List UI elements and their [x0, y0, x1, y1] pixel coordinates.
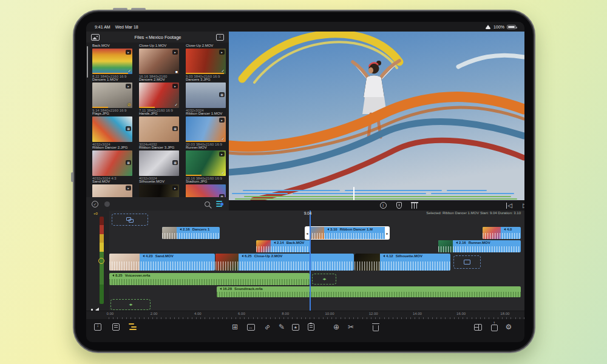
- media-thumbnail[interactable]: ▸✓: [186, 150, 226, 176]
- media-item[interactable]: Hands.JPG▦3024x4032: [139, 112, 179, 147]
- media-item[interactable]: Stadium.JPG▦: [186, 180, 226, 197]
- skip-back-icon[interactable]: ◁: [503, 200, 515, 211]
- search-icon[interactable]: [205, 201, 210, 207]
- layout-icon[interactable]: [472, 322, 483, 332]
- scrollbar[interactable]: [87, 46, 88, 78]
- clip-name: Close-Up 2.MOV: [254, 254, 283, 258]
- media-item[interactable]: Dancers 1.MOV▸⊘9.14 3840x2160 16:9: [92, 78, 132, 113]
- media-thumbnail[interactable]: ▦: [186, 83, 226, 108]
- clip-duration: 6.25: [245, 254, 252, 258]
- media-thumbnail[interactable]: ▦: [92, 116, 132, 142]
- delete-trash-icon[interactable]: [370, 322, 381, 332]
- speaker-icon: [178, 228, 181, 231]
- media-thumbnail[interactable]: ▸✓: [139, 83, 179, 108]
- media-item[interactable]: Silhouette.MOV▸: [139, 180, 179, 197]
- edit-pencil-icon[interactable]: ✎: [276, 322, 287, 332]
- clip-name: Dancers 1: [192, 228, 210, 231]
- overview-segment: [447, 190, 487, 191]
- save-project-icon[interactable]: [92, 322, 103, 332]
- timeline-playhead[interactable]: [310, 211, 311, 311]
- trim-handle-right[interactable]: ▸: [385, 226, 390, 240]
- media-item[interactable]: Back.MOV▸✓8.22 3840x2160 16:9: [92, 44, 132, 79]
- media-thumbnail[interactable]: ▦: [186, 184, 226, 197]
- overlay-shield-icon[interactable]: [393, 200, 405, 211]
- timeline-clip[interactable]: 4.12Silhouette.MOV: [354, 254, 450, 271]
- usage-bar: [139, 107, 155, 108]
- link-clips-icon[interactable]: ∞: [262, 322, 273, 332]
- media-thumbnail[interactable]: ▸✓: [186, 116, 226, 142]
- media-item[interactable]: Ribbon Dancer 1.MOV▸✓20.03 3840x2160 16:…: [186, 112, 226, 147]
- record-dot-icon[interactable]: [104, 201, 110, 207]
- photos-icon[interactable]: [91, 34, 100, 41]
- audio-crossfade-placeholder[interactable]: ◂▸: [312, 274, 336, 285]
- media-thumbnail[interactable]: ▸: [139, 184, 179, 197]
- breadcrumb[interactable]: Files◂Mexico Footage: [100, 35, 216, 40]
- media-item[interactable]: Flags.JPG▦4032x3024: [92, 112, 132, 147]
- timeline-clip[interactable]: 16.28Soundtrack.m4a: [217, 286, 521, 297]
- ruler-label: 14.00: [413, 312, 422, 315]
- timeline-clip[interactable]: 2.14Back.MOV: [256, 240, 311, 252]
- media-thumbnail[interactable]: ▸✓: [92, 49, 132, 74]
- sort-icon[interactable]: [216, 201, 223, 207]
- clip-duration: 16.28: [223, 287, 232, 291]
- clip-placeholder[interactable]: [453, 255, 481, 269]
- media-item-name: Ribbon Dancer 2.JPG: [92, 146, 132, 150]
- timeline-clip[interactable]: 4.23Sand.MOV: [109, 254, 215, 271]
- clip-name: Soundtrack.m4a: [234, 287, 263, 291]
- clip-label: 6.25Close-Up 2.MOV: [240, 254, 353, 258]
- transition-placeholder[interactable]: [112, 214, 148, 226]
- audio-meters-icon[interactable]: [409, 200, 421, 211]
- media-thumbnail[interactable]: ▦: [139, 116, 179, 142]
- timeline-view-icon[interactable]: [127, 322, 138, 332]
- media-type-badge: ▸: [219, 118, 225, 123]
- media-item[interactable]: Sand.MOV▸: [92, 180, 132, 197]
- media-item[interactable]: Close-Up 2.MOV▸✓9.03 3840x2160 16:9: [186, 44, 226, 79]
- state-icon: ◼: [175, 70, 178, 73]
- play-icon[interactable]: ▷: [519, 200, 524, 211]
- media-item[interactable]: Dancers 2.MOV▸✓7.11 3840x2160 16:9: [139, 78, 179, 113]
- timeline-clip[interactable]: 8.25Voiceover.m4a: [109, 273, 310, 285]
- media-thumbnail[interactable]: ▦: [139, 150, 179, 176]
- overview-playhead[interactable]: [353, 187, 354, 201]
- media-item-name: Dancers 2.MOV: [139, 78, 179, 83]
- overwrite-clip-icon[interactable]: [245, 322, 256, 332]
- timeline-clip[interactable]: 3.10Ribbon Dancer 1.M◂▸: [310, 227, 385, 239]
- time-ruler[interactable]: 0.002.004.006.008.0010.0012.0014.0016.00…: [86, 311, 524, 319]
- import-icon[interactable]: [216, 34, 224, 41]
- info-icon[interactable]: i: [377, 200, 389, 211]
- timeline-clip[interactable]: 2.16Dancers 1: [162, 227, 220, 239]
- timeline-tracks[interactable]: 2.16Dancers 13.10Ribbon Dancer 1.M◂▸4.02…: [86, 211, 524, 311]
- media-thumbnail[interactable]: ▸✓: [186, 49, 226, 74]
- media-item[interactable]: Runner.MOV▸✓20.16 3840x2160 16:9: [186, 146, 226, 181]
- media-thumbnail[interactable]: ▸◼: [139, 49, 179, 74]
- timeline-clip[interactable]: 2.16Runner.MOV: [438, 240, 521, 252]
- check-icon: ✓: [175, 103, 178, 107]
- share-icon[interactable]: [489, 322, 500, 332]
- media-thumbnail[interactable]: ▸⊘: [92, 83, 132, 108]
- recent-check-icon[interactable]: ✓: [92, 201, 98, 207]
- media-item[interactable]: Ribbon Dancer 3.JPG▦4032x3024: [139, 146, 179, 181]
- timeline-clip[interactable]: 4.0: [483, 227, 521, 239]
- media-thumbnail[interactable]: ▦: [92, 150, 132, 176]
- audio-crossfade-placeholder[interactable]: ◂▸: [110, 299, 151, 310]
- project-notes-icon[interactable]: [110, 322, 121, 332]
- insert-clip-icon[interactable]: ⊞: [229, 322, 240, 332]
- media-item[interactable]: Ribbon Dancer 2.JPG▦4032x3024 4:3: [92, 146, 132, 181]
- media-item[interactable]: Close-Up 1.MOV▸◼16.16 3840x2160: [139, 44, 179, 79]
- clip-duration: 3.10: [330, 228, 337, 231]
- add-icon[interactable]: ⊕: [331, 322, 342, 332]
- playhead-time: 9.04: [299, 211, 317, 215]
- split-scissors-icon[interactable]: ✂: [345, 322, 356, 332]
- trim-handle-left[interactable]: ◂: [305, 226, 310, 240]
- timeline-clip[interactable]: 6.25Close-Up 2.MOV: [215, 254, 354, 271]
- paste-clipboard-icon[interactable]: [305, 322, 316, 332]
- effects-star-icon[interactable]: ★: [290, 322, 301, 332]
- preview-video-frame[interactable]: [229, 32, 524, 200]
- settings-gear-icon[interactable]: ⚙: [503, 322, 514, 332]
- media-type-badge: ▸: [126, 84, 131, 89]
- ruler-label: 6.00: [238, 312, 245, 315]
- media-item[interactable]: Dancers 3.JPG▦4032x3024: [186, 78, 226, 113]
- ruler-label: 18.00: [500, 312, 509, 315]
- media-thumbnail[interactable]: ▸: [92, 184, 132, 197]
- crossfade-icon: ◂▸: [322, 277, 325, 281]
